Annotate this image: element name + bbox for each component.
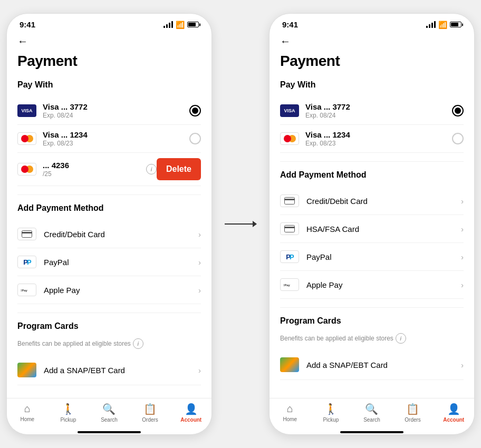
paypal-method-left[interactable]: PP PayPal › <box>17 248 201 276</box>
nav-account-left[interactable]: 👤 Account <box>178 403 204 423</box>
radio-selected-right[interactable] <box>452 105 464 116</box>
applepay-label-right: Apple Pay <box>306 280 461 289</box>
nav-home-label-right: Home <box>283 416 297 422</box>
home-indicator-left <box>78 431 141 433</box>
home-icon-right: ⌂ <box>287 403 293 415</box>
snap-method-left[interactable]: Add a SNAP/EBT Card › <box>17 355 201 385</box>
paypal-letter-right: PP <box>286 253 293 261</box>
chevron-credit-right: › <box>461 197 464 206</box>
card-item-1-left[interactable]: VISA Visa ... 3772 Exp. 08/24 <box>17 97 201 125</box>
divider-1-right <box>280 161 464 162</box>
chevron-paypal-left: › <box>198 258 201 267</box>
nav-pickup-label-left: Pickup <box>60 417 76 423</box>
search-icon-left: 🔍 <box>102 403 116 415</box>
card-info-2-right: Visa ... 1234 Exp. 08/23 <box>305 130 452 147</box>
mastercard-icon-2-left <box>17 163 36 176</box>
applepay-label-left: Apple Pay <box>44 286 198 295</box>
card-exp-3-left: /25 <box>43 170 146 178</box>
phone-right: 9:41 📶 ← Payment Pay With VISA Visa ... … <box>269 13 475 435</box>
card-info-2-left: Visa ... 1234 Exp. 08/23 <box>43 130 189 147</box>
svg-text:Pay: Pay <box>283 284 291 287</box>
paypal-letter: PP <box>23 258 30 266</box>
battery-icon <box>187 22 199 27</box>
mastercard-icon-left <box>17 132 36 145</box>
hsa-label-right: HSA/FSA Card <box>306 225 461 233</box>
swipe-row-left: ... 4236 /25 i Delete <box>17 153 201 186</box>
nav-search-right[interactable]: 🔍 Search <box>359 403 385 423</box>
time-right: 9:41 <box>282 20 298 29</box>
nav-home-left[interactable]: ⌂ Home <box>14 403 41 423</box>
card-item-1-right[interactable]: VISA Visa ... 3772 Exp. 08/24 <box>280 97 464 125</box>
paypal-method-right[interactable]: PP PayPal › <box>280 243 464 271</box>
page-title-right: Payment <box>280 53 464 70</box>
credit-card-method-left[interactable]: Credit/Debit Card › <box>17 220 201 248</box>
status-bar-right: 9:41 📶 <box>270 14 474 31</box>
chevron-applepay-left: › <box>198 286 201 295</box>
orders-icon-right: 📋 <box>406 403 419 415</box>
radio-unselected-left[interactable] <box>189 133 201 144</box>
phone-right-content: ← Payment Pay With VISA Visa ... 3772 Ex… <box>270 31 474 398</box>
card-item-2-left[interactable]: Visa ... 1234 Exp. 08/23 <box>17 125 201 153</box>
nav-orders-right[interactable]: 📋 Orders <box>400 403 426 423</box>
visa-icon-right: VISA <box>280 104 299 117</box>
applepay-method-right[interactable]: Pay Apple Pay › <box>280 271 464 299</box>
time-left: 9:41 <box>20 20 35 29</box>
swipe-inner-left: ... 4236 /25 i <box>17 161 157 178</box>
account-icon-left: 👤 <box>185 403 198 415</box>
snap-method-right[interactable]: Add a SNAP/EBT Card › <box>280 350 464 380</box>
back-button-right[interactable]: ← <box>280 35 291 47</box>
svg-rect-3 <box>285 198 295 204</box>
nav-home-right[interactable]: ⌂ Home <box>277 403 303 423</box>
card-info-1-right: Visa ... 3772 Exp. 08/24 <box>305 102 452 119</box>
info-icon-program-right: i <box>396 333 406 344</box>
nav-orders-label-right: Orders <box>405 417 421 423</box>
program-subtitle-right: Benefits can be applied at eligible stor… <box>280 333 464 344</box>
applepay-icon-right: Pay <box>280 278 299 291</box>
program-cards-label-left: Program Cards <box>17 322 201 331</box>
divider-2-left <box>17 313 201 313</box>
nav-account-label-left: Account <box>180 417 201 423</box>
mastercard-icon-right <box>280 132 299 145</box>
delete-button-left[interactable]: Delete <box>157 158 201 180</box>
bottom-nav-right: ⌂ Home 🚶 Pickup 🔍 Search 📋 Orders 👤 Acco… <box>270 398 474 429</box>
card-item-2-right[interactable]: Visa ... 1234 Exp. 08/23 <box>280 125 464 153</box>
account-icon-right: 👤 <box>447 403 460 415</box>
program-section-right: Program Cards Benefits can be applied at… <box>280 316 464 380</box>
visa-icon-left: VISA <box>17 104 36 117</box>
phone-left-content: ← Payment Pay With VISA Visa ... 3772 Ex… <box>7 31 211 398</box>
battery-icon-right <box>450 22 461 27</box>
hsa-method-right[interactable]: HSA/FSA Card › <box>280 215 464 243</box>
nav-pickup-left[interactable]: 🚶 Pickup <box>55 403 81 423</box>
card-exp-2-left: Exp. 08/23 <box>43 140 189 147</box>
pickup-icon-left: 🚶 <box>62 403 75 415</box>
paypal-label-right: PayPal <box>306 252 461 261</box>
radio-unselected-right[interactable] <box>452 133 464 144</box>
svg-rect-1 <box>22 232 32 233</box>
pickup-icon-right: 🚶 <box>324 403 338 415</box>
card-exp-2-right: Exp. 08/23 <box>305 140 452 147</box>
card-name-2-right: Visa ... 1234 <box>305 130 452 139</box>
credit-card-method-right[interactable]: Credit/Debit Card › <box>280 187 464 215</box>
radio-selected-left[interactable] <box>189 105 201 116</box>
applepay-icon-left: Pay <box>17 284 36 296</box>
nav-account-label-right: Account <box>443 417 464 423</box>
info-icon-left[interactable]: i <box>146 164 157 174</box>
status-bar-left: 9:41 📶 <box>7 14 211 31</box>
arrow-container <box>225 223 256 225</box>
applepay-method-left[interactable]: Pay Apple Pay › <box>17 276 201 304</box>
arrow-shaft <box>225 223 256 225</box>
program-subtitle-left: Benefits can be applied at eligible stor… <box>17 338 201 349</box>
nav-account-right[interactable]: 👤 Account <box>440 403 467 423</box>
search-icon-right: 🔍 <box>365 403 378 415</box>
pay-with-label-left: Pay With <box>17 80 201 90</box>
card-name-3-left: ... 4236 <box>43 161 146 170</box>
card-name-2-left: Visa ... 1234 <box>43 130 189 139</box>
back-button-left[interactable]: ← <box>17 35 28 47</box>
svg-text:Pay: Pay <box>21 289 28 292</box>
nav-orders-left[interactable]: 📋 Orders <box>137 403 163 423</box>
nav-search-left[interactable]: 🔍 Search <box>96 403 122 423</box>
chevron-snap-right: › <box>461 361 464 369</box>
wifi-icon-right: 📶 <box>438 21 447 29</box>
nav-home-label-left: Home <box>20 416 34 422</box>
nav-pickup-right[interactable]: 🚶 Pickup <box>318 403 344 423</box>
